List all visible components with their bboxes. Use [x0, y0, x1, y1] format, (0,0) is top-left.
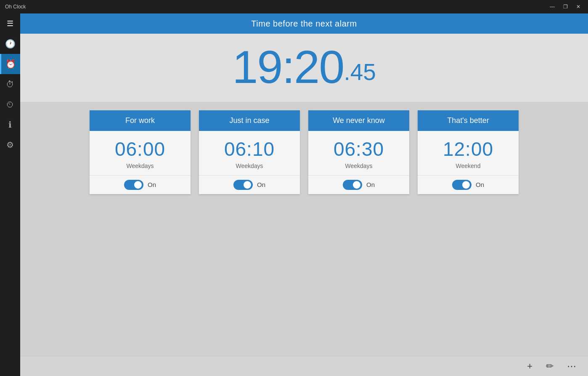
- add-alarm-button[interactable]: +: [524, 359, 536, 373]
- bottom-bar: + ✏ ⋯: [20, 356, 588, 376]
- alarm-card-4-title: That's better: [447, 116, 489, 125]
- toggle-track-3: [343, 180, 362, 190]
- header-bar: Time before the next alarm: [20, 13, 588, 34]
- alarm-card-4-body: 12:00 Weekend: [418, 131, 519, 175]
- alarm-card-3-title: We never know: [333, 116, 385, 125]
- toggle-track-2: [233, 180, 253, 190]
- countdown-section: 19:20.45: [20, 34, 588, 102]
- minimize-button[interactable]: —: [547, 3, 557, 11]
- sidebar-item-info[interactable]: ℹ: [0, 115, 20, 135]
- alarm-card-1-toggle[interactable]: [124, 180, 143, 190]
- app-title: Oh Clock: [5, 4, 26, 10]
- alarm-card-1-time: 06:00: [96, 139, 184, 160]
- alarm-card-2-title: Just in case: [229, 116, 269, 125]
- sidebar-item-timer[interactable]: ⏲: [0, 94, 20, 115]
- alarm-card-1-title: For work: [125, 116, 155, 125]
- countdown-seconds: .45: [344, 59, 376, 85]
- hamburger-icon: ☰: [7, 19, 13, 28]
- alarm-card-3-time: 06:30: [315, 139, 403, 160]
- title-bar: Oh Clock — ❐ ✕: [0, 0, 588, 13]
- toggle-track: [124, 180, 143, 190]
- alarm-card-1-toggle-label: On: [148, 181, 156, 188]
- alarm-card-2-schedule: Weekdays: [206, 163, 293, 169]
- app-layout: ☰ 🕐 ⏰ ⏱ ⏲ ℹ ⚙ Time before the next alarm: [0, 13, 588, 376]
- info-icon: ℹ: [8, 120, 12, 130]
- toggle-thumb-2: [244, 181, 251, 189]
- maximize-button[interactable]: ❐: [561, 3, 570, 11]
- alarm-card-3-footer: On: [308, 175, 409, 194]
- alarm-card-2-toggle-label: On: [257, 181, 265, 188]
- content-area: Time before the next alarm 19:20.45 For …: [20, 13, 588, 376]
- toggle-thumb-4: [462, 181, 470, 189]
- alarm-card-1-header: For work: [90, 110, 191, 131]
- edit-alarm-button[interactable]: ✏: [543, 359, 557, 373]
- alarm-card-3-body: 06:30 Weekdays: [308, 131, 409, 175]
- alarm-card-3-toggle-label: On: [366, 181, 375, 188]
- window-controls: — ❐ ✕: [547, 3, 583, 11]
- toggle-track-4: [452, 180, 471, 190]
- alarm-card-3-toggle[interactable]: [343, 180, 362, 190]
- alarm-card-3-header: We never know: [308, 110, 409, 131]
- toggle-thumb: [134, 181, 142, 189]
- alarm-card-2-toggle[interactable]: [233, 180, 253, 190]
- alarm-card-4-footer: On: [418, 175, 519, 194]
- timer-icon: ⏲: [6, 100, 14, 109]
- gear-icon: ⚙: [6, 140, 14, 150]
- countdown-time: 19:20: [232, 44, 344, 90]
- alarm-card-2-body: 06:10 Weekdays: [199, 131, 300, 175]
- alarm-card-4: That's better 12:00 Weekend On: [418, 110, 519, 194]
- alarm-card-4-toggle-label: On: [476, 181, 484, 188]
- alarm-card-4-header: That's better: [418, 110, 519, 131]
- sidebar-item-clock[interactable]: 🕐: [0, 34, 20, 54]
- menu-button[interactable]: ☰: [0, 13, 20, 34]
- alarm-card-2-header: Just in case: [199, 110, 300, 131]
- main-content: 19:20.45 For work 06:00 Weekdays: [20, 34, 588, 356]
- alarm-card-3: We never know 06:30 Weekdays On: [308, 110, 409, 194]
- sidebar-item-stopwatch[interactable]: ⏱: [0, 74, 20, 94]
- alarm-card-4-time: 12:00: [424, 139, 512, 160]
- alarms-grid: For work 06:00 Weekdays On: [20, 102, 588, 356]
- alarm-card-2: Just in case 06:10 Weekdays On: [199, 110, 300, 194]
- alarm-card-3-schedule: Weekdays: [315, 163, 403, 169]
- alarm-card-4-schedule: Weekend: [424, 163, 512, 169]
- more-options-button[interactable]: ⋯: [564, 359, 580, 373]
- alarm-card-4-toggle[interactable]: [452, 180, 471, 190]
- alarm-card-1-body: 06:00 Weekdays: [90, 131, 191, 175]
- toggle-thumb-3: [353, 181, 360, 189]
- alarm-icon: ⏰: [5, 59, 16, 69]
- alarm-card-2-time: 06:10: [206, 139, 293, 160]
- sidebar: ☰ 🕐 ⏰ ⏱ ⏲ ℹ ⚙: [0, 13, 20, 376]
- sidebar-item-settings[interactable]: ⚙: [0, 135, 20, 155]
- alarm-card-1: For work 06:00 Weekdays On: [90, 110, 191, 194]
- sidebar-item-alarm[interactable]: ⏰: [0, 54, 20, 74]
- alarm-card-1-footer: On: [90, 175, 191, 194]
- close-button[interactable]: ✕: [574, 3, 583, 11]
- clock-icon: 🕐: [5, 39, 16, 49]
- alarm-card-1-schedule: Weekdays: [96, 163, 184, 169]
- page-title: Time before the next alarm: [251, 19, 357, 29]
- stopwatch-icon: ⏱: [6, 80, 14, 89]
- alarm-card-2-footer: On: [199, 175, 300, 194]
